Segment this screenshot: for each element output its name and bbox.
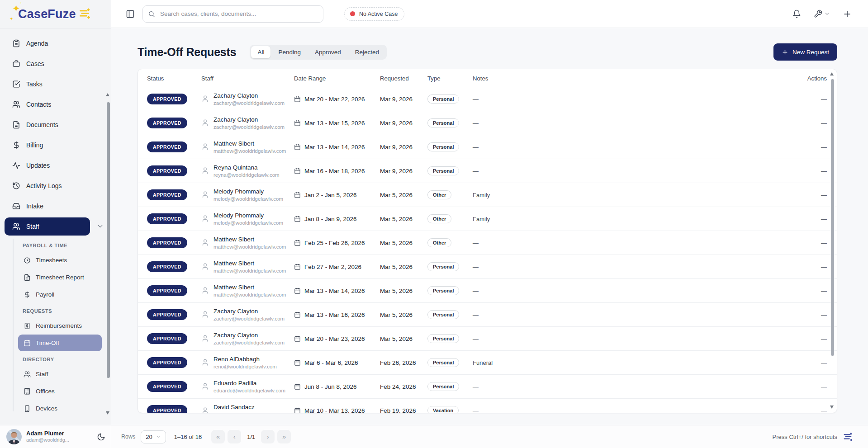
sidebar-item-agenda[interactable]: Agenda bbox=[5, 34, 90, 52]
table-row[interactable]: APPROVEDZachary Claytonzachary@wooldridg… bbox=[138, 87, 837, 111]
sidebar-scroll-down-icon[interactable] bbox=[106, 411, 109, 415]
sparkle-icon: ✦ bbox=[12, 3, 20, 14]
shortcut-area: Press Ctrl+/ for shortcuts bbox=[773, 432, 868, 442]
table-row[interactable]: APPROVEDDavid Sandaczdavid@wooldridgelaw… bbox=[138, 399, 837, 414]
sidebar-item-cases[interactable]: Cases bbox=[5, 55, 90, 73]
status-badge: APPROVED bbox=[147, 165, 187, 176]
calendar-icon bbox=[294, 288, 301, 294]
global-search-input[interactable] bbox=[142, 5, 323, 23]
new-request-button[interactable]: New Request bbox=[773, 43, 837, 61]
sidebar-scrollbar[interactable] bbox=[107, 102, 110, 378]
notifications-button[interactable] bbox=[792, 9, 801, 18]
column-header-actions: Actions bbox=[764, 69, 837, 87]
shortcut-hint: Press Ctrl+/ for shortcuts bbox=[773, 434, 837, 440]
sidebar-subitem-payroll[interactable]: Payroll bbox=[18, 286, 102, 303]
tab-approved[interactable]: Approved bbox=[308, 46, 347, 58]
notes-cell: — bbox=[473, 159, 764, 183]
table-row[interactable]: APPROVEDReyna Quintanareyna@wooldridgela… bbox=[138, 159, 837, 183]
notes-cell: — bbox=[473, 327, 764, 351]
staff-name: Matthew Sibert bbox=[213, 236, 286, 244]
pagination: Rows 20 1–16 of 16 « ‹ 1/1 › » bbox=[121, 430, 292, 443]
brand-logo[interactable]: ✦ ✦ + CaseFuze bbox=[0, 0, 111, 29]
quick-add-button[interactable] bbox=[843, 9, 852, 19]
user-icon bbox=[201, 263, 209, 270]
table-scroll-up-icon[interactable] bbox=[830, 72, 834, 75]
shortcuts-button[interactable] bbox=[843, 432, 853, 442]
user-icon bbox=[201, 167, 209, 174]
sidebar-toggle-button[interactable] bbox=[126, 9, 135, 19]
actions-cell: — bbox=[764, 255, 837, 279]
table-row[interactable]: APPROVEDMelody Phommalymelody@wooldridge… bbox=[138, 183, 837, 207]
prev-page-button[interactable]: ‹ bbox=[228, 430, 241, 443]
last-page-button[interactable]: » bbox=[277, 430, 291, 443]
calendar-icon bbox=[294, 168, 301, 174]
sidebar-subitem-timesheet-report[interactable]: Timesheet Report bbox=[18, 269, 102, 286]
status-badge: APPROVED bbox=[147, 261, 187, 272]
sidebar-item-contacts[interactable]: Contacts bbox=[5, 95, 90, 113]
status-badge: APPROVED bbox=[147, 333, 187, 344]
sidebar-item-activity-logs[interactable]: Activity Logs bbox=[5, 177, 90, 195]
dollar-icon bbox=[12, 141, 20, 149]
sidebar-subitem-devices[interactable]: Devices bbox=[18, 400, 102, 417]
table-row[interactable]: APPROVEDZachary Claytonzachary@wooldridg… bbox=[138, 303, 837, 327]
actions-cell: — bbox=[764, 159, 837, 183]
actions-cell: — bbox=[764, 87, 837, 111]
table-row[interactable]: APPROVEDMatthew Sibertmatthew@wooldridge… bbox=[138, 255, 837, 279]
receipt-icon bbox=[24, 322, 31, 330]
notes-cell: — bbox=[473, 399, 764, 414]
sidebar-subitem-timesheets[interactable]: Timesheets bbox=[18, 252, 102, 269]
sidebar-scroll-up-icon[interactable] bbox=[106, 93, 109, 96]
active-case-badge[interactable]: No Active Case bbox=[344, 7, 404, 21]
calendar-icon bbox=[294, 383, 301, 390]
table-row[interactable]: APPROVEDMatthew Sibertmatthew@wooldridge… bbox=[138, 135, 837, 159]
calendar-icon bbox=[294, 216, 301, 222]
table-row[interactable]: APPROVEDReno AlDabbaghreno@wooldridgelaw… bbox=[138, 351, 837, 375]
sidebar-item-staff[interactable]: Staff bbox=[5, 217, 90, 236]
tab-rejected[interactable]: Rejected bbox=[349, 46, 385, 58]
sidebar-item-billing[interactable]: Billing bbox=[5, 136, 90, 154]
table-row[interactable]: APPROVEDMatthew Sibertmatthew@wooldridge… bbox=[138, 231, 837, 255]
sidebar-subitem-staff[interactable]: Staff bbox=[18, 366, 102, 382]
notes-cell: — bbox=[473, 87, 764, 111]
table-scrollbar[interactable] bbox=[831, 79, 834, 356]
file-text-icon bbox=[12, 121, 20, 129]
next-page-button[interactable]: › bbox=[261, 430, 275, 443]
sidebar-item-documents[interactable]: Documents bbox=[5, 116, 90, 134]
table-scroll-down-icon[interactable] bbox=[830, 406, 834, 409]
notes-cell: — bbox=[473, 231, 764, 255]
table-row[interactable]: APPROVEDZachary Claytonzachary@wooldridg… bbox=[138, 111, 837, 135]
rows-per-page-select[interactable]: 20 bbox=[141, 430, 166, 443]
user-icon bbox=[201, 215, 209, 222]
sidebar-item-tasks[interactable]: Tasks bbox=[5, 75, 90, 93]
requested-date: Mar 9, 2026 bbox=[380, 159, 427, 183]
staff-email: reno@wooldridgelawlv.com bbox=[213, 363, 277, 370]
staff-email: zachary@wooldridgelawlv.com bbox=[213, 124, 285, 130]
file-text-icon bbox=[24, 274, 31, 281]
type-pill: Personal bbox=[427, 334, 459, 343]
tab-all[interactable]: All bbox=[251, 46, 270, 58]
tab-pending[interactable]: Pending bbox=[272, 46, 307, 58]
table-row[interactable]: APPROVEDMelody Phommalymelody@wooldridge… bbox=[138, 207, 837, 231]
table-row[interactable]: APPROVEDEduardo Padillaeduardo@wooldridg… bbox=[138, 375, 837, 399]
sidebar-subitem-time-off[interactable]: Time-Off bbox=[18, 335, 102, 351]
calendar-icon bbox=[294, 192, 301, 198]
type-pill: Personal bbox=[427, 262, 459, 271]
status-badge: APPROVED bbox=[147, 405, 187, 413]
table-row[interactable]: APPROVEDMatthew Sibertmatthew@wooldridge… bbox=[138, 279, 837, 303]
sidebar-item-updates[interactable]: Updates bbox=[5, 156, 90, 174]
first-page-button[interactable]: « bbox=[211, 430, 225, 443]
dark-mode-toggle[interactable] bbox=[97, 433, 105, 441]
sidebar-subitem-offices[interactable]: Offices bbox=[18, 383, 102, 400]
collapse-staff-chevron[interactable] bbox=[96, 222, 104, 230]
active-case-label: No Active Case bbox=[359, 11, 398, 17]
notes-cell: Family bbox=[473, 207, 764, 231]
tools-menu-button[interactable] bbox=[814, 9, 830, 18]
staff-email: eduardo@wooldridgelawlv.com bbox=[213, 387, 285, 394]
table-row[interactable]: APPROVEDZachary Claytonzachary@wooldridg… bbox=[138, 327, 837, 351]
calendar-icon bbox=[294, 311, 301, 318]
sidebar-item-intake[interactable]: Intake bbox=[5, 197, 90, 215]
user-menu[interactable]: Adam Plumer adam@wooldridg... bbox=[0, 425, 111, 448]
requested-date: Mar 9, 2026 bbox=[380, 135, 427, 159]
submenu-section-payroll-time: PAYROLL & TIME bbox=[0, 238, 111, 251]
sidebar-subitem-reimbursements[interactable]: Reimbursements bbox=[18, 317, 102, 334]
